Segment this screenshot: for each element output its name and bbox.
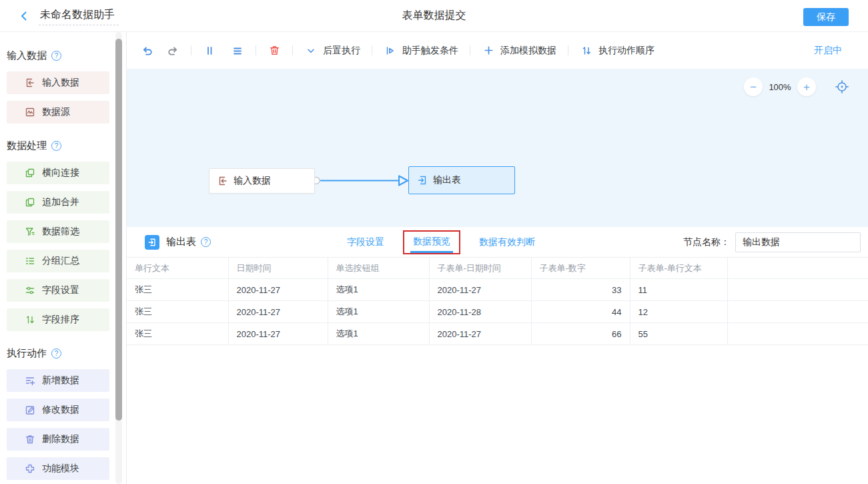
field-sort-icon	[25, 314, 35, 325]
trigger-condition-button[interactable]: 助手触发条件	[384, 44, 458, 57]
section-label: 数据处理	[7, 140, 47, 152]
chevron-down-icon	[304, 44, 318, 57]
sidebar-item-add-data[interactable]: 新增数据	[7, 369, 109, 392]
sidebar: 输入数据?输入数据数据源数据处理?横向连接追加合并数据筛选分组汇总字段设置字段排…	[0, 32, 127, 484]
table-cell	[727, 279, 868, 301]
sidebar-item-label: 删除数据	[42, 433, 79, 445]
table-cell: 张三	[127, 279, 228, 301]
align-horizontal-icon[interactable]	[231, 44, 244, 57]
sidebar-item-label: 新增数据	[42, 375, 79, 387]
active-tab-underline	[410, 251, 453, 253]
column-header	[727, 258, 868, 279]
table-cell: 11	[630, 279, 727, 301]
trigger-condition-label: 助手触发条件	[402, 45, 458, 57]
column-header: 单行文本	[127, 258, 228, 279]
output-panel: 输出表 ? 字段设置 数据预览 数据有效判断 节点名称：	[127, 227, 868, 484]
table-row: 张三2020-11-27选项12020-11-273311	[127, 279, 868, 301]
table-row: 张三2020-11-27选项12020-11-276655	[127, 323, 868, 345]
tab-data-validity[interactable]: 数据有效判断	[479, 236, 535, 248]
sidebar-item-modify-data[interactable]: 修改数据	[7, 399, 109, 421]
redo-icon[interactable]	[166, 44, 179, 57]
sidebar-section-title-input: 输入数据?	[7, 49, 126, 62]
table-cell: 2020-11-27	[228, 301, 328, 323]
toolbar-divider	[372, 45, 372, 55]
play-bar-icon	[384, 44, 397, 57]
tab-field-settings[interactable]: 字段设置	[347, 236, 384, 248]
sidebar-item-function-module[interactable]: 功能模块	[7, 457, 109, 480]
canvas-toolbar: 后置执行 助手触发条件 添加模拟数据 执行动作顺序	[127, 32, 868, 69]
align-vertical-icon[interactable]	[203, 44, 216, 57]
modify-data-icon	[25, 405, 35, 415]
zoom-in-button[interactable]: +	[797, 77, 816, 96]
sidebar-item-delete-data[interactable]: 删除数据	[7, 428, 109, 451]
toolbar-divider	[470, 45, 470, 55]
sidebar-item-field-settings[interactable]: 字段设置	[7, 279, 109, 302]
table-cell	[727, 323, 868, 345]
assistant-status-toggle[interactable]: 开启中	[814, 45, 842, 57]
sidebar-item-append-merge[interactable]: 追加合并	[7, 191, 109, 214]
action-order-label: 执行动作顺序	[598, 45, 655, 57]
table-cell	[727, 301, 868, 323]
column-header: 子表单-数字	[531, 258, 630, 279]
table-cell: 2020-11-27	[228, 279, 328, 301]
column-header: 单选按钮组	[328, 258, 429, 279]
sidebar-item-data-filter[interactable]: 数据筛选	[7, 220, 109, 243]
help-icon[interactable]: ?	[51, 51, 61, 61]
post-execute-button[interactable]: 后置执行	[304, 44, 360, 57]
table-cell: 选项1	[328, 279, 429, 301]
sidebar-item-horizontal-join[interactable]: 横向连接	[7, 162, 109, 184]
sidebar-item-group-summary[interactable]: 分组汇总	[7, 250, 109, 272]
save-button[interactable]: 保存	[803, 8, 849, 26]
sidebar-section-process: 数据处理?横向连接追加合并数据筛选分组汇总字段设置字段排序	[0, 140, 126, 331]
output-table-icon	[417, 175, 428, 186]
sidebar-section-input: 输入数据?输入数据数据源	[0, 49, 126, 124]
table-cell: 2020-11-27	[429, 279, 531, 301]
help-icon[interactable]: ?	[51, 348, 61, 358]
doc-title[interactable]: 未命名数据助手	[39, 7, 119, 25]
zoom-out-button[interactable]: −	[744, 77, 763, 96]
toolbar-divider	[568, 45, 568, 55]
node-output-table[interactable]: 输出表	[408, 166, 515, 194]
node-output-label: 输出表	[433, 174, 461, 186]
action-order-button[interactable]: 执行动作顺序	[580, 44, 655, 57]
delete-node-icon[interactable]	[268, 44, 281, 57]
table-cell: 张三	[127, 323, 228, 345]
zoom-level: 100%	[763, 82, 797, 92]
sidebar-item-label: 输入数据	[42, 77, 79, 89]
zoom-controls: − 100% +	[744, 77, 849, 96]
sidebar-item-label: 横向连接	[42, 167, 79, 179]
sidebar-item-input-data[interactable]: 输入数据	[7, 71, 109, 94]
tab-data-preview[interactable]: 数据预览	[413, 236, 450, 248]
sidebar-item-data-source[interactable]: 数据源	[7, 101, 109, 124]
input-data-icon	[25, 77, 35, 88]
undo-icon[interactable]	[141, 44, 154, 57]
table-cell: 12	[630, 301, 727, 323]
section-label: 输入数据	[7, 49, 47, 62]
back-icon[interactable]	[17, 9, 31, 23]
sidebar-item-field-sort[interactable]: 字段排序	[7, 308, 109, 331]
help-icon[interactable]: ?	[201, 237, 211, 247]
add-mock-data-button[interactable]: 添加模拟数据	[482, 44, 556, 57]
node-input-data[interactable]: 输入数据	[209, 168, 315, 194]
locate-icon[interactable]	[835, 79, 849, 94]
node-name-input[interactable]	[735, 232, 861, 252]
sidebar-scrollbar-thumb[interactable]	[115, 39, 122, 421]
annotation-highlight-box: 数据预览	[403, 230, 460, 254]
sidebar-item-label: 字段排序	[42, 314, 79, 326]
sidebar-item-label: 追加合并	[42, 196, 79, 208]
main-area: 后置执行 助手触发条件 添加模拟数据 执行动作顺序	[127, 32, 868, 484]
table-cell: 2020-11-27	[429, 323, 531, 345]
node-input-label: 输入数据	[234, 175, 271, 187]
node-name-label: 节点名称：	[683, 236, 730, 248]
table-cell: 33	[531, 279, 630, 301]
sidebar-item-label: 数据筛选	[42, 226, 79, 238]
sidebar-item-label: 功能模块	[42, 463, 79, 475]
output-panel-header: 输出表 ? 字段设置 数据预览 数据有效判断 节点名称：	[127, 227, 868, 257]
table-cell: 55	[630, 323, 727, 345]
help-icon[interactable]: ?	[51, 141, 61, 151]
post-execute-label: 后置执行	[323, 45, 360, 57]
sidebar-section-title-process: 数据处理?	[7, 140, 126, 152]
flow-canvas[interactable]: 输入数据 输出表 − 100% +	[127, 69, 868, 227]
table-row: 张三2020-11-27选项12020-11-284412	[127, 301, 868, 323]
table-header-row: 单行文本日期时间单选按钮组子表单-日期时间子表单-数字子表单-单行文本	[127, 258, 868, 279]
